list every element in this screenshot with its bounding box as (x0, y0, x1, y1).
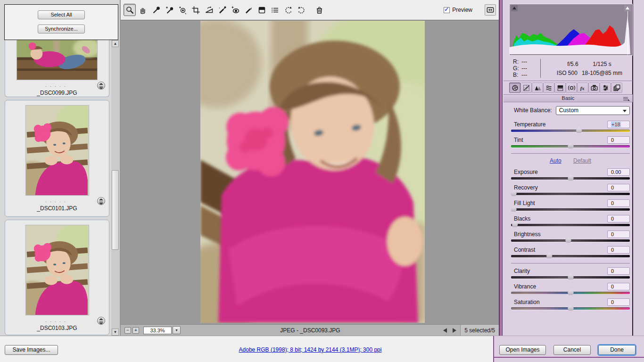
slider-track[interactable] (511, 307, 630, 310)
slider-track[interactable] (511, 239, 630, 242)
image-canvas[interactable] (121, 21, 500, 324)
spot-removal-button[interactable] (216, 4, 228, 16)
auto-link[interactable]: Auto (550, 157, 561, 164)
slider-label: Vibrance (511, 283, 536, 290)
save-images-button[interactable]: Save Images... (5, 345, 58, 355)
preview-image[interactable] (200, 21, 425, 323)
done-button[interactable]: Done (598, 345, 636, 355)
graduated-filter-button[interactable] (256, 4, 268, 16)
rating-dots[interactable]: ····· (45, 84, 69, 89)
preview-label: Preview (452, 7, 472, 13)
slider-value-input[interactable]: 0 (607, 136, 630, 144)
slider-value-input[interactable]: 0 (607, 215, 630, 222)
panel-gutter (633, 0, 644, 362)
panel-title: Basic (504, 94, 633, 102)
snapshots-tab[interactable] (611, 82, 622, 93)
thumbnail-image[interactable] (17, 40, 98, 80)
slider-value-input[interactable]: +18 (607, 121, 630, 128)
adjustments-panel: R:--- G:--- B:--- f/5.61/125 s ISO 50018… (499, 0, 644, 362)
adjustment-brush-button[interactable] (242, 4, 255, 16)
filmstrip-thumbnail[interactable]: ····· _DSC0099.JPG (5, 40, 109, 97)
cancel-button[interactable]: Cancel (553, 345, 591, 355)
default-link[interactable]: Default (573, 157, 591, 164)
preferences-button[interactable] (269, 4, 281, 16)
hand-tool-button[interactable] (137, 4, 149, 16)
slider-label: Clarity (511, 268, 530, 274)
filmstrip-thumbnail[interactable]: ····· _DSC0103.JPG (5, 220, 109, 335)
adjustment-badge-icon (97, 317, 105, 325)
zoom-tool-button[interactable] (124, 4, 136, 16)
red-eye-button[interactable] (229, 4, 241, 16)
slider-track[interactable] (511, 193, 630, 195)
tools-toolbar: Preview (121, 0, 500, 20)
camera-calibration-tab[interactable] (588, 82, 600, 93)
slider-track[interactable] (511, 292, 630, 294)
white-balance-eyedropper-button[interactable] (150, 4, 162, 16)
hsl-grayscale-tab[interactable] (543, 82, 554, 93)
slider-value-input[interactable]: 0 (607, 267, 630, 275)
workflow-options-link[interactable]: Adobe RGB (1998); 8 bit; 1424 by 2144 (3… (121, 346, 500, 353)
slider-value-input[interactable]: 0 (607, 184, 630, 191)
svg-text:fx: fx (580, 85, 585, 90)
preview-area: Preview (121, 0, 500, 336)
thumbnail-filename: _DSC0101.JPG (5, 205, 109, 212)
scrollbar-thumb[interactable] (112, 170, 119, 250)
slider-value-input[interactable]: 0.00 (607, 168, 630, 176)
slider-track[interactable] (511, 177, 630, 180)
preview-checkbox[interactable] (444, 7, 450, 13)
toggle-panels-button[interactable] (485, 4, 496, 16)
slider-value-input[interactable]: 0 (607, 283, 630, 290)
straighten-button[interactable] (203, 4, 215, 16)
thumbnail-image[interactable] (25, 105, 89, 196)
slider-label: Tint (511, 137, 523, 143)
presets-tab[interactable] (600, 82, 611, 93)
slider-track[interactable] (511, 208, 630, 211)
slider-track[interactable] (511, 130, 630, 132)
panel-tabs: fx (509, 82, 622, 93)
slider-track[interactable] (511, 224, 630, 226)
slider-exposure: Exposure 0.00 (511, 168, 630, 182)
slider-fill-light: Fill Light 0 (511, 199, 630, 213)
slider-label: Fill Light (511, 200, 535, 206)
effects-tab[interactable]: fx (577, 82, 588, 93)
panel-menu-icon[interactable] (623, 96, 630, 101)
color-sampler-button[interactable] (163, 4, 175, 16)
scrollbar-down-arrow[interactable]: ▼ (112, 329, 119, 336)
crop-button[interactable] (190, 4, 202, 16)
tone-curve-tab[interactable] (520, 82, 532, 93)
slider-label: Recovery (511, 184, 538, 191)
slider-value-input[interactable]: 0 (607, 298, 630, 306)
targeted-adjustment-button[interactable] (176, 4, 189, 16)
rating-dots[interactable]: ····· (45, 199, 69, 204)
basic-tab[interactable] (509, 82, 520, 93)
slider-value-input[interactable]: 0 (607, 230, 630, 238)
histogram-highlight-line (627, 11, 628, 55)
slider-label: Exposure (511, 169, 538, 175)
panel-left-border (499, 0, 503, 362)
slider-value-input[interactable]: 0 (607, 246, 630, 254)
white-balance-select[interactable]: Custom (556, 106, 630, 115)
synchronize-button[interactable]: Synchronize... (38, 25, 85, 33)
filmstrip-thumbnail[interactable]: ····· _DSC0101.JPG (5, 100, 109, 217)
slider-track[interactable] (511, 276, 630, 279)
slider-label: Saturation (511, 299, 540, 305)
slider-track[interactable] (511, 145, 630, 148)
filmstrip-thumbnails: ····· _DSC0099.JPG ····· _DSC0101.JPG ··… (0, 0, 111, 336)
rotate-cw-button[interactable] (295, 4, 307, 16)
histogram-chart (510, 9, 632, 54)
lens-corrections-tab[interactable] (566, 82, 577, 93)
detail-tab[interactable] (532, 82, 543, 93)
rating-dots[interactable]: ····· (45, 319, 69, 324)
filmstrip-scrollbar[interactable]: ▲ ▼ (111, 40, 119, 336)
select-all-button[interactable]: Select All (38, 10, 85, 19)
trash-button[interactable] (313, 4, 325, 16)
scrollbar-up-arrow[interactable]: ▲ (112, 40, 119, 47)
thumbnail-image[interactable] (25, 225, 89, 315)
rotate-ccw-button[interactable] (282, 4, 294, 16)
slider-track[interactable] (511, 255, 630, 257)
open-images-button[interactable]: Open Images (499, 345, 546, 355)
filmstrip-panel: ····· _DSC0099.JPG ····· _DSC0101.JPG ··… (0, 0, 120, 336)
slider-value-input[interactable]: 0 (607, 199, 630, 207)
slider-saturation: Saturation 0 (511, 298, 630, 312)
split-toning-tab[interactable] (554, 82, 566, 93)
